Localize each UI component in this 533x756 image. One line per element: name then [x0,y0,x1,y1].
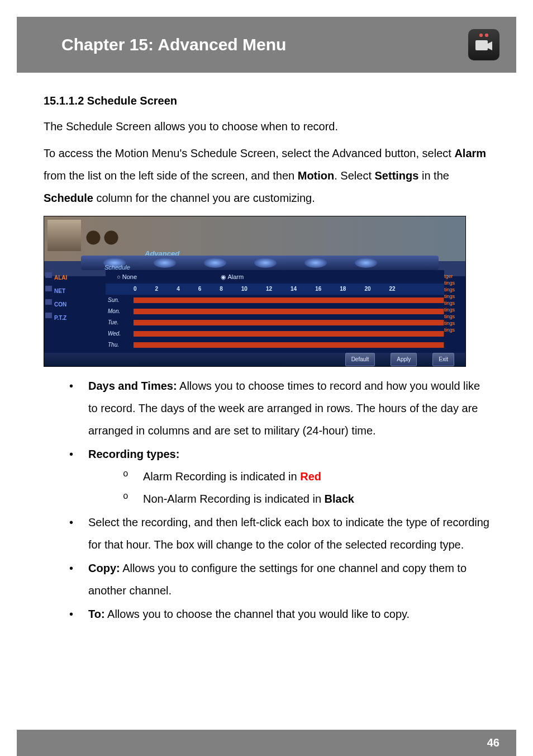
bullet-select-recording: Select the recording, and then left-clic… [69,511,489,556]
red-word: Red [300,470,321,483]
ss-day-cells[interactable] [134,331,444,337]
ss-hours-header: 0 2 4 6 8 10 12 14 16 18 20 22 [106,284,444,295]
ss-hour: 22 [389,284,396,295]
ss-toolbar-icon [304,258,327,268]
ss-day-label: Tue. [106,317,134,328]
instr-bold-settings: Settings [375,169,419,182]
ss-day-cells[interactable] [134,309,444,314]
bullet-days-times: Days and Times: Allows you to choose tim… [69,375,489,442]
ss-people [83,230,125,250]
ss-footer-exit-button[interactable]: Exit [432,353,454,366]
bullet-text: Select the recording, and then left-clic… [88,511,489,556]
section-heading: 15.1.1.2 Schedule Screen [44,89,489,112]
ss-hour: 18 [340,284,346,295]
instr-bold-alarm: Alarm [454,147,486,159]
ss-day-label: Mon. [106,306,134,317]
ss-right-column: tger tings tings tings tings tings tings… [444,271,465,332]
ss-right-item: tings [444,318,465,325]
ss-right-item: tings [444,291,465,298]
ss-day-row: Thu. [106,339,444,351]
bullet-recording-types: Recording types: Alarm Recording is indi… [69,443,489,510]
ss-nav-item[interactable]: ALAI [44,271,106,285]
bullet-label: Copy: [88,562,120,574]
ss-nav-item[interactable]: CON [44,298,106,311]
instr-text: in the [418,169,449,182]
ss-day-cells[interactable] [134,320,444,325]
ss-day-label: Sun. [106,295,134,306]
ss-day-row: Tue. [106,317,444,328]
sub-text: Alarm Recording is indicated in [143,470,300,483]
instr-bold-schedule: Schedule [44,192,93,204]
bullet-copy: Copy: Allows you to configure the settin… [69,557,489,602]
ss-hour: 4 [177,284,180,295]
bullet-label: Recording types: [88,448,179,460]
instr-text: . Select [334,169,374,182]
ss-day-cells[interactable] [134,342,444,348]
bullet-list: Days and Times: Allows you to choose tim… [44,375,489,625]
ss-right-item: tings [444,311,465,318]
ss-footer-default-button[interactable]: Default [345,353,375,366]
instr-text: To access the Motion Menu's Schedule Scr… [44,147,454,159]
instr-text: from the list on the left side of the sc… [44,169,298,182]
ss-hour: 20 [364,284,370,295]
ss-day-row: Sun. [106,295,444,306]
page-footer: 46 [17,730,516,756]
content: 15.1.1.2 Schedule Screen The Schedule Sc… [0,73,533,625]
instr-text: column for the channel you are customizi… [93,192,315,204]
bullet-label: To: [88,608,105,620]
ss-nav-item[interactable]: P.T.Z [44,311,106,325]
ss-footer-bar: Default Apply Exit [44,353,465,366]
ss-right-item: tings [444,298,465,305]
ss-hour: 12 [266,284,272,295]
bullet-label: Days and Times: [88,380,177,392]
bullet-text: Allows you to choose the channel that yo… [105,608,410,620]
ss-left-nav: ALAI NET CON P.T.Z [44,271,106,325]
sub-text: Non-Alarm Recording is indicated in [143,493,325,505]
ss-toolbar-icon [154,258,176,268]
chapter-header: Chapter 15: Advanced Menu [17,17,516,73]
ss-radio-none[interactable]: None [117,271,137,283]
ss-day-label: Wed. [106,328,134,339]
ss-nav-item[interactable]: NET [44,285,106,298]
camera-icon [468,29,499,60]
ss-toolbar-icon [204,258,226,268]
ss-radio-row: None Alarm [106,270,444,284]
svg-rect-0 [475,40,488,50]
intro-text: The Schedule Screen allows you to choose… [44,115,489,138]
ss-hour: 2 [155,284,159,295]
ss-right-item: tger [444,271,465,278]
ss-day-row: Wed. [106,328,444,339]
ss-right-item: tings [444,305,465,311]
ss-hour: 10 [241,284,248,295]
page: Chapter 15: Advanced Menu 15.1.1.2 Sched… [0,17,533,756]
sub-list: Alarm Recording is indicated in Red Non-… [88,465,489,510]
instruction-paragraph: To access the Motion Menu's Schedule Scr… [44,142,489,209]
ss-hour: 0 [134,284,137,295]
ss-day-label: Thu. [106,339,134,351]
chapter-title: Chapter 15: Advanced Menu [61,35,286,54]
ss-radio-alarm[interactable]: Alarm [221,271,244,283]
ss-hour: 14 [291,284,297,295]
ss-hour: 16 [315,284,321,295]
ss-day-cells[interactable] [134,297,444,303]
bullet-to: To: Allows you to choose the channel tha… [69,603,489,625]
ss-hour: 6 [198,284,202,295]
ss-toolbar-icon [355,258,377,268]
bullet-text: Allows you to configure the settings for… [88,562,467,597]
instr-bold-motion: Motion [298,169,335,182]
ss-right-item: tings [444,285,465,291]
ss-hour: 8 [220,284,223,295]
page-number: 46 [487,736,499,749]
ss-right-item: tings [444,325,465,332]
ss-door [47,220,81,251]
sub-alarm-red: Alarm Recording is indicated in Red [123,465,489,488]
ss-right-item: tings [444,278,465,285]
ss-footer-apply-button[interactable]: Apply [391,353,417,366]
ss-day-row: Mon. [106,306,444,317]
svg-marker-1 [488,41,492,50]
sub-nonalarm-black: Non-Alarm Recording is indicated in Blac… [123,488,489,510]
ss-toolbar [81,256,439,270]
black-word: Black [325,493,354,505]
schedule-screenshot: Advanced Schedule ALAI NET CON P.T.Z tge… [44,216,466,367]
ss-toolbar-icon [254,258,277,268]
